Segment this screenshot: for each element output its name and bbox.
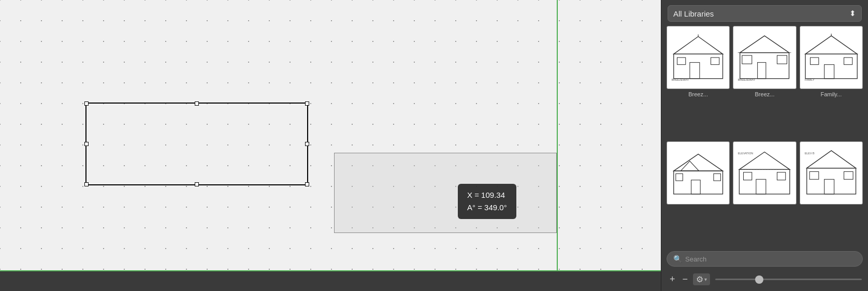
svg-marker-16 xyxy=(805,36,857,54)
thumbnail-label-1: Breez... xyxy=(755,91,775,97)
svg-text:ELEVATION: ELEVATION xyxy=(738,151,754,154)
svg-rect-35 xyxy=(806,168,856,194)
svg-marker-1 xyxy=(674,37,723,54)
ghost-rectangle xyxy=(334,153,557,233)
bottom-status-bar xyxy=(0,271,661,291)
svg-rect-3 xyxy=(677,57,686,65)
svg-marker-8 xyxy=(740,36,789,52)
handle-bm[interactable] xyxy=(195,182,199,186)
svg-rect-25 xyxy=(691,180,701,194)
svg-rect-9 xyxy=(758,63,766,79)
svg-rect-37 xyxy=(824,179,834,194)
svg-rect-22 xyxy=(674,171,723,194)
thumbnail-image-0: BREEZEWAY xyxy=(667,26,730,89)
zoom-slider[interactable] xyxy=(715,279,862,280)
thumbnail-image-3 xyxy=(667,141,730,205)
svg-rect-38 xyxy=(809,171,819,179)
thumbnail-item-2[interactable]: FAMILY Family... xyxy=(800,26,863,138)
svg-text:BREEZEWAY: BREEZEWAY xyxy=(672,78,689,81)
svg-text:ELEV B: ELEV B xyxy=(804,151,814,154)
handle-br[interactable] xyxy=(305,182,309,186)
search-bar[interactable]: 🔍 xyxy=(667,251,863,267)
handle-tl[interactable] xyxy=(84,101,89,106)
svg-rect-27 xyxy=(714,173,721,181)
search-icon: 🔍 xyxy=(673,255,682,263)
svg-rect-10 xyxy=(742,55,752,64)
chevron-updown-icon: ⬍ xyxy=(849,9,856,18)
svg-rect-19 xyxy=(844,57,852,65)
selected-rectangle[interactable] xyxy=(85,103,308,185)
svg-marker-24 xyxy=(681,161,699,171)
library-label: All Libraries xyxy=(673,9,714,18)
thumbnail-item-3[interactable] xyxy=(667,141,730,248)
svg-rect-39 xyxy=(844,171,853,179)
svg-rect-28 xyxy=(740,169,790,194)
add-button[interactable]: + xyxy=(668,273,677,286)
handle-tm[interactable] xyxy=(195,101,199,106)
slider-track xyxy=(715,279,862,280)
right-panel: All Libraries ⬍ BREEZEWAY Breez... xyxy=(661,0,868,291)
svg-rect-31 xyxy=(744,172,752,180)
chevron-down-icon: ▾ xyxy=(704,277,707,282)
gear-icon: ⚙ xyxy=(696,274,703,284)
svg-rect-26 xyxy=(676,173,683,181)
svg-text:FAMILY: FAMILY xyxy=(804,78,814,81)
svg-rect-7 xyxy=(740,53,789,79)
gear-settings-button[interactable]: ⚙ ▾ xyxy=(693,273,710,285)
svg-text:BREEZEWAY: BREEZEWAY xyxy=(738,78,756,81)
remove-button[interactable]: − xyxy=(681,273,690,286)
svg-rect-18 xyxy=(810,57,818,65)
thumbnail-label-2: Family... xyxy=(820,91,842,97)
svg-rect-4 xyxy=(711,57,719,65)
thumbnail-grid: BREEZEWAY Breez... BREEZEWAY Breez... xyxy=(661,26,868,247)
library-selector[interactable]: All Libraries ⬍ xyxy=(668,5,862,22)
thumbnail-item-4[interactable]: ELEVATION xyxy=(733,141,796,248)
svg-rect-32 xyxy=(777,172,786,180)
handle-bl[interactable] xyxy=(84,182,89,186)
search-input[interactable] xyxy=(685,255,856,263)
thumbnail-image-5: ELEV B xyxy=(800,141,863,205)
thumbnail-item-5[interactable]: ELEV B xyxy=(800,141,863,248)
thumbnail-label-0: Breez... xyxy=(688,91,708,97)
guide-vertical xyxy=(557,0,558,291)
svg-rect-17 xyxy=(824,65,834,79)
thumbnail-image-2: FAMILY xyxy=(800,26,863,89)
svg-rect-2 xyxy=(690,63,700,79)
handle-mr[interactable] xyxy=(305,142,309,146)
svg-rect-11 xyxy=(777,55,787,64)
handle-ml[interactable] xyxy=(84,142,89,146)
svg-marker-23 xyxy=(674,154,723,170)
thumbnail-image-4: ELEVATION xyxy=(733,141,796,205)
panel-toolbar: + − ⚙ ▾ xyxy=(661,270,868,291)
canvas-area[interactable]: X = 109.34 A° = 349.0° xyxy=(0,0,661,291)
thumbnail-image-1: BREEZEWAY xyxy=(733,26,796,89)
thumbnail-item-1[interactable]: BREEZEWAY Breez... xyxy=(733,26,796,138)
thumbnail-item-0[interactable]: BREEZEWAY Breez... xyxy=(667,26,730,138)
svg-rect-30 xyxy=(756,179,766,194)
handle-tr[interactable] xyxy=(305,101,309,106)
slider-thumb[interactable] xyxy=(755,275,763,284)
